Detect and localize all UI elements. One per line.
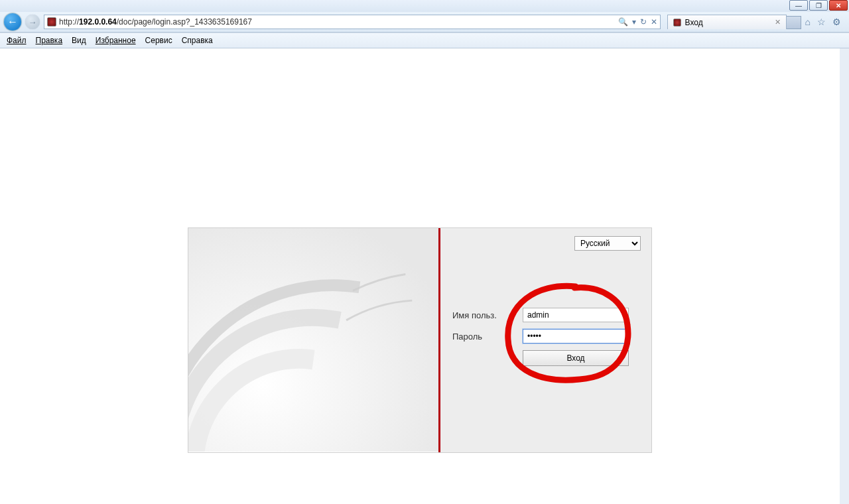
username-label: Имя польз. bbox=[452, 310, 523, 320]
url-actions: 🔍 ▾ ↻ ✕ bbox=[618, 17, 657, 27]
maximize-button[interactable]: ❐ bbox=[809, 0, 828, 11]
tab-active[interactable]: Вход ✕ bbox=[667, 15, 787, 29]
menu-tools[interactable]: Сервис bbox=[145, 36, 172, 45]
menu-help[interactable]: Справка bbox=[182, 36, 213, 45]
menu-favorites[interactable]: Избранное bbox=[96, 36, 136, 45]
tab-favicon-icon bbox=[673, 19, 681, 27]
address-bar[interactable]: http://192.0.0.64/doc/page/login.asp?_14… bbox=[44, 15, 661, 29]
url-text: http://192.0.0.64/doc/page/login.asp?_14… bbox=[59, 17, 616, 27]
menu-bar: Файл Правка Вид Избранное Сервис Справка bbox=[0, 32, 849, 48]
menu-file[interactable]: Файл bbox=[7, 36, 27, 45]
tab-title: Вход bbox=[685, 18, 703, 27]
favorites-icon[interactable]: ☆ bbox=[817, 17, 826, 27]
browser-chrome: ← → http://192.0.0.64/doc/page/login.asp… bbox=[0, 12, 849, 32]
page-viewport: HiWatch bbox=[0, 48, 849, 504]
new-tab-button[interactable] bbox=[787, 16, 801, 29]
password-label: Пароль bbox=[452, 332, 523, 342]
close-window-button[interactable]: ✕ bbox=[829, 0, 848, 11]
username-input[interactable] bbox=[523, 308, 629, 322]
search-icon[interactable]: 🔍 bbox=[618, 17, 628, 27]
login-panel: Русский Имя польз. Пароль Вход bbox=[440, 228, 651, 452]
tab-close-icon[interactable]: ✕ bbox=[775, 18, 781, 27]
stop-icon[interactable]: ✕ bbox=[651, 17, 657, 27]
nav-back-button[interactable]: ← bbox=[4, 13, 21, 31]
site-favicon-icon bbox=[47, 17, 56, 27]
brand-panel: HiWatch bbox=[188, 228, 440, 452]
home-icon[interactable]: ⌂ bbox=[805, 17, 811, 27]
dropdown-icon[interactable]: ▾ bbox=[632, 17, 636, 27]
tools-icon[interactable]: ⚙ bbox=[832, 17, 841, 27]
window-controls: — ❐ ✕ bbox=[0, 0, 849, 12]
minimize-button[interactable]: — bbox=[789, 0, 808, 11]
decorative-swirl-icon bbox=[188, 228, 438, 452]
login-button[interactable]: Вход bbox=[523, 350, 629, 366]
language-select[interactable]: Русский bbox=[574, 236, 641, 251]
nav-forward-button[interactable]: → bbox=[25, 15, 40, 29]
login-card: HiWatch bbox=[188, 227, 652, 453]
menu-view[interactable]: Вид bbox=[72, 36, 86, 45]
refresh-icon[interactable]: ↻ bbox=[640, 17, 647, 27]
password-input[interactable] bbox=[523, 329, 629, 344]
menu-edit[interactable]: Правка bbox=[36, 36, 63, 45]
tab-strip: Вход ✕ bbox=[667, 15, 801, 29]
login-form: Имя польз. Пароль Вход bbox=[452, 308, 639, 366]
